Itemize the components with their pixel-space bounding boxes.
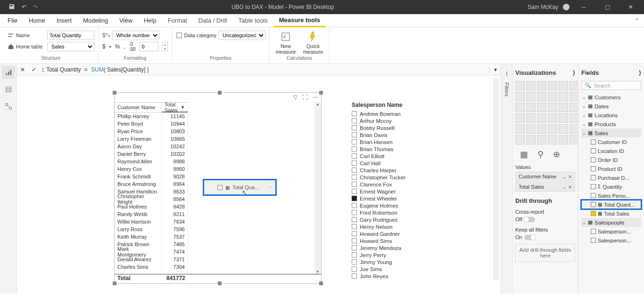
viz-type-icon[interactable]	[570, 113, 579, 123]
tab-insert[interactable]: Insert	[51, 14, 78, 27]
save-icon[interactable]	[8, 3, 15, 11]
new-measure-button[interactable]: New measure	[273, 30, 298, 55]
tab-view[interactable]: View	[114, 14, 138, 27]
field-table[interactable]: ⌄▦Customers	[581, 93, 641, 102]
resize-handle[interactable]	[113, 91, 116, 95]
keep-filters-toggle[interactable]: On	[515, 234, 575, 240]
viz-type-icon[interactable]	[559, 103, 568, 112]
checkbox[interactable]	[591, 229, 596, 234]
filter-icon[interactable]: ▽	[293, 94, 297, 101]
slicer-item[interactable]: Henry Nelson	[352, 223, 446, 230]
tab-measure-tools[interactable]: Measure tools	[273, 14, 326, 27]
decimals-spinner[interactable]: ▴▾	[162, 42, 168, 51]
field-table[interactable]: ⌄▦Products	[581, 120, 641, 128]
slicer-item[interactable]: Carl Hall	[352, 160, 446, 167]
redo-icon[interactable]: ↷	[33, 4, 38, 10]
home-table-select[interactable]: Sales	[47, 42, 94, 51]
viz-type-icon[interactable]	[559, 124, 568, 134]
viz-type-icon[interactable]	[526, 103, 536, 112]
checkbox[interactable]	[591, 148, 596, 153]
checkbox-icon[interactable]	[352, 231, 357, 236]
viz-type-icon[interactable]	[526, 81, 536, 90]
checkbox-icon[interactable]	[352, 125, 357, 130]
viz-type-icon[interactable]	[570, 103, 579, 112]
measure-name-input[interactable]	[47, 31, 94, 40]
field-table[interactable]: ⌄▦Locations	[581, 111, 641, 120]
viz-type-icon[interactable]	[526, 92, 536, 101]
minimize-button[interactable]: ─	[574, 4, 593, 10]
checkbox[interactable]	[591, 211, 596, 216]
slicer-item[interactable]: Arthur Mccoy	[352, 117, 446, 124]
tab-table-tools[interactable]: Table tools	[232, 14, 273, 27]
viz-pane-collapse[interactable]: ⟩	[573, 69, 575, 76]
slicer-item[interactable]: Howard Gardner	[352, 230, 446, 237]
field-table[interactable]: ⌄▦Sales	[581, 128, 641, 137]
checkbox-icon[interactable]	[352, 196, 357, 201]
resize-handle[interactable]	[319, 281, 323, 285]
viz-type-icon[interactable]	[515, 103, 525, 112]
viz-type-icon[interactable]	[548, 113, 557, 123]
slicer-item[interactable]: Jeremy Mendoza	[352, 244, 446, 251]
close-button[interactable]: ✕	[621, 4, 640, 10]
viz-type-icon[interactable]	[526, 135, 536, 144]
slicer-item[interactable]: Bobby Russell	[352, 124, 446, 131]
checkbox-icon[interactable]	[352, 266, 357, 272]
fields-search[interactable]: 🔍 Search	[581, 81, 641, 90]
field-column[interactable]: Product ID	[581, 164, 641, 173]
field-table[interactable]: ⌄▦Dates	[581, 102, 641, 111]
fields-pane-collapse[interactable]: ⟩	[639, 69, 641, 76]
checkbox-icon[interactable]	[352, 111, 357, 116]
viz-type-icon[interactable]	[559, 113, 568, 123]
filters-expand-icon[interactable]: ⟨	[506, 71, 508, 77]
model-view-button[interactable]	[2, 100, 15, 113]
field-column[interactable]: ▦Total Quant...	[581, 200, 641, 209]
field-column[interactable]: ΣQuantity	[581, 182, 641, 191]
field-column[interactable]: ▦Total Sales	[581, 209, 641, 218]
col-header-customer[interactable]: Customer Name	[115, 102, 161, 112]
tab-help[interactable]: Help	[138, 14, 162, 27]
slicer-item[interactable]: Brian Davis	[352, 131, 446, 138]
avatar[interactable]	[563, 4, 570, 10]
viz-type-icon[interactable]	[537, 113, 546, 123]
slicer-item[interactable]: Eugene Holmes	[352, 202, 446, 209]
slicer-item[interactable]: Brian Thomas	[352, 145, 446, 152]
resize-handle[interactable]	[113, 281, 116, 285]
slicer-item[interactable]: Ernest Wagner	[352, 188, 446, 195]
currency-button[interactable]: $	[102, 43, 106, 50]
slicer-item[interactable]: Jerry Perry	[352, 251, 446, 258]
report-view-button[interactable]	[2, 66, 15, 79]
checkbox-icon[interactable]	[352, 182, 357, 187]
fields-mode-icon[interactable]: ▦	[520, 149, 528, 160]
viz-type-icon[interactable]	[570, 124, 579, 134]
checkbox-icon[interactable]	[352, 161, 357, 166]
viz-type-icon[interactable]	[570, 92, 579, 101]
checkbox-icon[interactable]	[352, 273, 357, 279]
viz-type-icon[interactable]	[515, 81, 525, 90]
checkbox[interactable]	[591, 193, 596, 198]
tab-data-drill[interactable]: Data / Drill	[193, 14, 233, 27]
analytics-mode-icon[interactable]: ⊕	[553, 149, 560, 160]
viz-type-icon[interactable]	[526, 124, 536, 134]
viz-type-icon[interactable]	[537, 92, 546, 101]
scroll-down[interactable]: ▼	[316, 270, 320, 274]
checkbox[interactable]	[591, 139, 596, 144]
checkbox-icon[interactable]	[352, 210, 357, 215]
checkbox-icon[interactable]	[352, 146, 357, 152]
viz-type-icon[interactable]	[559, 92, 568, 101]
format-type-select[interactable]: Whole number	[112, 31, 159, 40]
viz-type-icon[interactable]	[559, 135, 568, 144]
slicer-item[interactable]: Jimmy Young	[352, 258, 446, 265]
checkbox[interactable]	[591, 166, 596, 171]
checkbox-icon[interactable]	[352, 217, 357, 222]
quick-measure-button[interactable]: Quick measure	[301, 30, 325, 55]
viz-type-icon[interactable]	[537, 124, 546, 134]
slicer-item[interactable]: Brian Hansen	[352, 138, 446, 145]
viz-type-icon[interactable]	[570, 135, 579, 144]
comma-button[interactable]: ,	[124, 43, 125, 50]
checkbox[interactable]	[591, 238, 596, 243]
formula-cancel[interactable]: ✕	[17, 66, 28, 73]
viz-type-icon[interactable]	[515, 124, 525, 134]
field-column[interactable]: Purchase D...	[581, 173, 641, 182]
slicer-item[interactable]: John Reyes	[352, 273, 446, 280]
checkbox[interactable]	[591, 157, 596, 162]
